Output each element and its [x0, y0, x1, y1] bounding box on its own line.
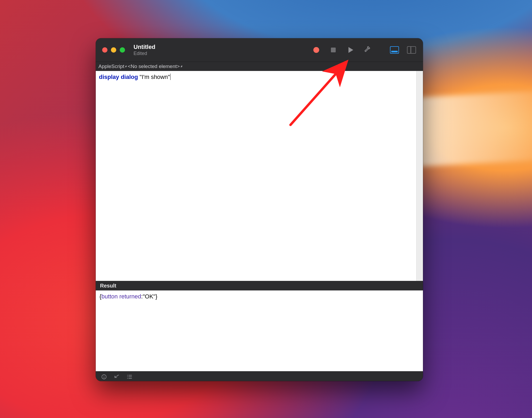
document-status: Edited: [134, 51, 155, 56]
script-editor-window: Untitled Edited: [96, 38, 423, 381]
title-block: Untitled Edited: [134, 44, 155, 56]
updown-icon: ▴▾: [181, 64, 181, 68]
right-sidebar-toggle-button[interactable]: [405, 44, 418, 56]
updown-icon: ▴▾: [125, 64, 126, 68]
bottom-panel-toggle-button[interactable]: [388, 44, 401, 56]
right-sidebar-toggle-icon: [407, 46, 416, 54]
vertical-scrollbar[interactable]: [416, 71, 423, 281]
bottom-panel-toggle-icon: [390, 46, 399, 54]
compile-button[interactable]: [361, 44, 373, 56]
description-view-button[interactable]: [101, 373, 107, 380]
script-editor-area[interactable]: display dialog "I'm shown": [96, 71, 423, 281]
window-controls: [102, 47, 125, 53]
stop-button[interactable]: [327, 44, 339, 56]
language-selector[interactable]: AppleScript ▴▾: [98, 64, 126, 69]
result-view-button[interactable]: [113, 373, 120, 380]
code-keyword: display dialog: [99, 74, 138, 80]
element-label: <No selected element>: [128, 64, 180, 69]
result-value: "OK": [143, 293, 155, 300]
log-view-button[interactable]: [126, 373, 133, 380]
language-label: AppleScript: [98, 64, 124, 69]
zoom-window-button[interactable]: [120, 47, 125, 53]
hammer-icon: [363, 45, 371, 54]
document-title: Untitled: [134, 44, 155, 50]
code-string: "I'm shown": [140, 74, 170, 80]
text-caret: [170, 74, 171, 80]
titlebar[interactable]: Untitled Edited: [96, 38, 423, 62]
stop-icon: [331, 48, 336, 52]
svg-point-2: [104, 375, 104, 376]
element-selector[interactable]: <No selected element> ▴▾: [128, 64, 181, 69]
result-area[interactable]: {button returned:"OK"}: [96, 290, 423, 371]
minimize-window-button[interactable]: [111, 47, 116, 53]
result-header: Result: [96, 281, 423, 290]
result-brace-close: }: [155, 293, 157, 300]
play-icon: [348, 47, 353, 53]
result-key: button returned: [101, 293, 141, 300]
status-bar: [96, 371, 423, 381]
navigation-bar: AppleScript ▴▾ <No selected element> ▴▾: [96, 62, 423, 71]
close-window-button[interactable]: [102, 47, 107, 53]
record-button[interactable]: [310, 44, 322, 56]
record-icon: [313, 47, 319, 53]
run-button[interactable]: [344, 44, 356, 56]
result-header-label: Result: [100, 283, 116, 289]
